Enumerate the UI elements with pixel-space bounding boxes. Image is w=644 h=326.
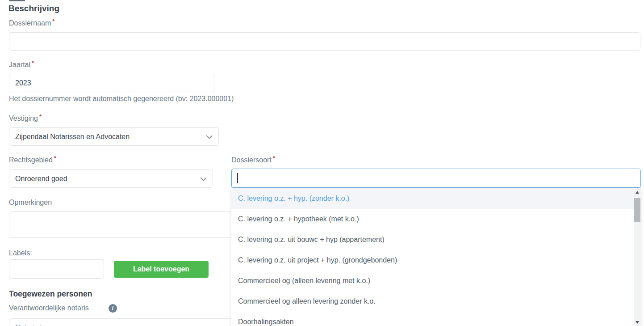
required-asterisk: * <box>54 155 56 161</box>
section-title-toegewezen-personen: Toegewezen personen <box>9 289 92 299</box>
required-asterisk: * <box>32 59 34 66</box>
dossiernaam-input[interactable] <box>9 32 640 51</box>
scrollbar-thumb[interactable] <box>634 198 640 222</box>
verantwoordelijke-notaris-label: Verantwoordelijke notaris <box>9 304 89 312</box>
dossiersoort-option[interactable]: C. levering o.z. uit project + hyp. (gro… <box>231 250 634 271</box>
dossiersoort-option[interactable]: Doorhalingsakten <box>231 312 634 326</box>
dossiersoort-option-list: C. levering o.z. + hyp. (zonder k.o.) C.… <box>231 188 634 326</box>
labels-label: Labels: <box>9 249 32 257</box>
clipped-element-fragment <box>9 0 25 1</box>
jaartal-help-text: Het dossiernummer wordt automatisch gege… <box>9 95 234 103</box>
section-title-beschrijving: Beschrijving <box>8 4 59 13</box>
rechtsgebied-label: Rechtsgebied* <box>9 156 56 164</box>
scrollbar-down-arrow-icon[interactable] <box>634 318 641 326</box>
dossiersoort-label: Dossiersoort* <box>231 156 275 164</box>
text-cursor <box>237 173 238 183</box>
info-icon[interactable]: i <box>109 304 117 313</box>
dossiersoort-dropdown: C. levering o.z. + hyp. (zonder k.o.) C.… <box>231 188 641 326</box>
dossiersoort-option[interactable]: Commercieel og (alleen levering met k.o.… <box>231 271 634 291</box>
vestiging-selected-value: Zijpendaal Notarissen en Advocaten <box>15 133 206 141</box>
dossiersoort-option[interactable]: C. levering o.z. + hyp. (zonder k.o.) <box>231 188 634 209</box>
dossier-create-form: Beschrijving Dossiernaam* Jaartal* Het d… <box>0 0 644 326</box>
vestiging-select[interactable]: Zijpendaal Notarissen en Advocaten <box>9 127 219 146</box>
required-asterisk: * <box>39 113 42 120</box>
dossiersoort-option[interactable]: C. levering o.z. + hypotheek (met k.o.) <box>231 209 634 229</box>
opmerkingen-label: Opmerkingen <box>9 199 52 207</box>
required-asterisk: * <box>273 155 275 161</box>
dossiernaam-label: Dossiernaam* <box>9 19 54 27</box>
dossiersoort-option[interactable]: C. levering o.z. uit bouwc + hyp (appart… <box>231 229 634 250</box>
jaartal-input[interactable] <box>9 74 214 92</box>
label-input[interactable] <box>9 259 104 279</box>
dossiersoort-input[interactable] <box>231 169 641 188</box>
chevron-down-icon <box>206 133 213 141</box>
rechtsgebied-select[interactable]: Onroerend goed <box>9 169 213 188</box>
rechtsgebied-selected-value: Onroerend goed <box>15 175 200 183</box>
jaartal-label: Jaartal* <box>9 61 34 69</box>
dropdown-scrollbar[interactable] <box>634 188 641 326</box>
vestiging-label: Vestiging* <box>9 114 42 123</box>
dossiersoort-option[interactable]: Commercieel og alleen levering zonder k.… <box>231 291 634 312</box>
required-asterisk: * <box>52 18 54 25</box>
chevron-down-icon <box>200 175 207 183</box>
scrollbar-up-arrow-icon[interactable] <box>634 188 641 196</box>
label-toevoegen-button[interactable]: Label toevoegen <box>114 261 209 278</box>
